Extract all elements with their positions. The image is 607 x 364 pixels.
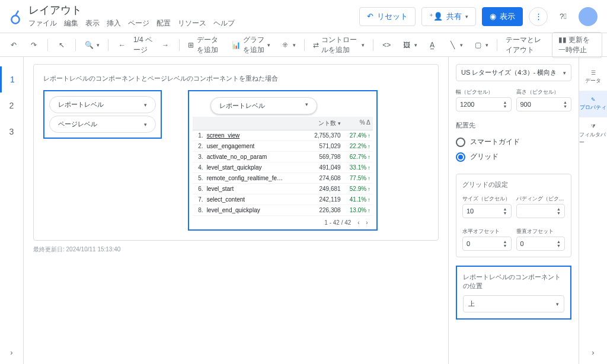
count-header[interactable]: ント数: [318, 120, 336, 126]
row-index: 2.: [193, 143, 207, 149]
pause-updates-button[interactable]: ▮▮ 更新を一時停止: [552, 32, 602, 58]
menu-resource[interactable]: リソース: [178, 18, 206, 28]
shape-button[interactable]: ▢▾: [469, 37, 492, 53]
table-row[interactable]: 2.user_engagement571,02922.2%↑: [193, 141, 373, 152]
page-tab-3[interactable]: 3: [0, 119, 23, 145]
document-title[interactable]: レイアウト: [28, 4, 359, 17]
menu-arrange[interactable]: 配置: [156, 18, 171, 28]
add-data-button[interactable]: ⊞データを追加: [184, 33, 226, 58]
stacked-dropdowns-highlight: レポートレベル ▾ ページレベル ▾: [43, 90, 162, 139]
theme-layout-button[interactable]: テーマとレイアウト: [502, 33, 550, 58]
width-input[interactable]: 1200 ▲▼: [456, 97, 512, 111]
height-stepper[interactable]: ▲▼: [563, 100, 567, 108]
row-delta: 27.4%↑: [341, 132, 373, 139]
add-control-label: コントロールを追加: [321, 35, 359, 55]
stepper[interactable]: ▲▼: [503, 240, 507, 248]
grid-size-input[interactable]: 10 ▲▼: [462, 204, 512, 218]
align-smart-label: スマートガイド: [470, 137, 520, 147]
page-tab-1[interactable]: 1: [0, 66, 23, 92]
grid-padding-label: パディング（ピク…: [516, 195, 566, 203]
add-chart-button[interactable]: 📊グラフを追加▾: [228, 33, 274, 58]
menu-edit[interactable]: 編集: [64, 18, 78, 28]
help-button[interactable]: ?⃝: [554, 7, 573, 26]
stepper[interactable]: ▲▼: [557, 240, 561, 248]
selection-tool[interactable]: ↖: [53, 37, 71, 53]
row-count: 226,308: [299, 207, 341, 213]
view-button[interactable]: ◉ 表示: [482, 7, 523, 26]
dropdown-label: レポートレベル: [219, 102, 265, 109]
table-row[interactable]: 4.level_start_quickplay491,04933.1%↑: [193, 162, 373, 173]
menu-page[interactable]: ページ: [128, 18, 149, 28]
align-radio-group: スマートガイド グリッド: [456, 135, 571, 164]
add-control-button[interactable]: ⇄コントロールを追加▾: [309, 33, 368, 58]
row-event-name: remote_config_realtime_fe…: [207, 175, 299, 181]
grid-voffset-input[interactable]: 0 ▲▼: [516, 237, 566, 251]
stepper[interactable]: ▲▼: [503, 207, 507, 215]
share-button[interactable]: ⁺👤 共有 ▾: [421, 7, 476, 26]
line-button[interactable]: ╲▾: [443, 37, 467, 53]
chevron-down-icon: ▾: [414, 42, 417, 48]
canvas-size-select[interactable]: US レターサイズ（4:3）- 横向き ▾: [456, 64, 571, 81]
page-level-dropdown[interactable]: ページレベル ▾: [49, 116, 156, 133]
redo-button[interactable]: ↷: [25, 37, 43, 53]
page-tabs-sidebar: 1 2 3 ›: [0, 57, 24, 364]
right-side-tabs: ☰ データ ✎ プロパティ ⧩ フィルタバー ›: [579, 57, 607, 364]
user-avatar[interactable]: [579, 7, 598, 26]
table-row[interactable]: 5.remote_config_realtime_fe…274,60877.5%…: [193, 173, 373, 184]
side-tab-filter[interactable]: ⧩ フィルタバー: [579, 117, 607, 152]
more-options-button[interactable]: ⋮: [529, 7, 548, 26]
row-count: 274,608: [299, 175, 341, 181]
width-stepper[interactable]: ▲▼: [503, 100, 507, 108]
menu-help[interactable]: ヘルプ: [213, 18, 235, 28]
position-select[interactable]: 上 ▾: [463, 295, 564, 312]
grid-settings-label: グリッドの設定: [462, 180, 565, 189]
stepper-down-icon: ▼: [563, 104, 567, 108]
align-grid-label: グリッド: [470, 152, 499, 162]
delta-header[interactable]: % Δ: [341, 119, 373, 127]
side-tab-properties[interactable]: ✎ プロパティ: [579, 91, 607, 117]
reset-button[interactable]: ↶ リセット: [359, 7, 416, 26]
embed-button[interactable]: <>: [378, 37, 395, 53]
next-page-button[interactable]: →: [156, 37, 174, 53]
share-icon: ⁺👤: [429, 12, 443, 21]
text-button[interactable]: A̲: [423, 37, 441, 53]
zoom-tool[interactable]: 🔍▾: [80, 37, 103, 53]
stepper-up-icon: ▲: [557, 240, 561, 244]
floating-report-level-dropdown[interactable]: レポートレベル ▾: [210, 97, 317, 114]
height-input[interactable]: 900 ▲▼: [516, 97, 572, 111]
report-level-dropdown[interactable]: レポートレベル ▾: [49, 96, 156, 113]
undo-button[interactable]: ↶: [5, 37, 23, 53]
side-tabs-collapse[interactable]: ›: [592, 341, 594, 364]
row-event-name: screen_view: [207, 132, 299, 139]
table-row[interactable]: 3.activate_no_op_param569,79862.7%↑: [193, 152, 373, 162]
next-page-icon[interactable]: ›: [366, 219, 368, 226]
page-tab-2[interactable]: 2: [0, 92, 23, 119]
menu-file[interactable]: ファイル: [28, 18, 57, 28]
add-data-label: データを追加: [197, 35, 223, 55]
row-count: 249,681: [299, 186, 341, 192]
grid-hoffset-input[interactable]: 0 ▲▼: [462, 237, 512, 251]
image-button[interactable]: 🖼▾: [398, 37, 421, 53]
table-row[interactable]: 6.level_start249,68152.9%↑: [193, 184, 373, 194]
canvas[interactable]: レポートレベルのコンポーネントとページレベルのコンポーネントを重ねた場合 レポー…: [24, 57, 448, 364]
side-tab-data[interactable]: ☰ データ: [579, 64, 607, 91]
width-label: 幅（ピクセル）: [456, 88, 512, 96]
prev-page-icon[interactable]: ‹: [357, 219, 359, 226]
stepper[interactable]: ▲▼: [557, 207, 561, 215]
arrow-right-icon: →: [160, 40, 171, 50]
trend-up-icon: ↑: [368, 175, 370, 181]
grid-padding-input[interactable]: ▲▼: [516, 204, 566, 218]
chevron-down-icon: ▾: [556, 301, 559, 307]
table-row[interactable]: 7.select_content242,11941.1%↑: [193, 194, 373, 205]
community-viz-button[interactable]: ⁜▾: [276, 37, 299, 53]
align-smart-radio[interactable]: スマートガイド: [456, 135, 571, 149]
table-row[interactable]: 8.level_end_quickplay226,30813.0%↑: [193, 205, 373, 216]
menu-view[interactable]: 表示: [85, 18, 100, 28]
menu-insert[interactable]: 挿入: [107, 18, 121, 28]
add-chart-label: グラフを追加: [243, 35, 265, 55]
page-tabs-expand[interactable]: ›: [10, 341, 12, 364]
table-row[interactable]: 1.screen_view2,755,37027.4%↑: [193, 130, 373, 141]
align-grid-radio[interactable]: グリッド: [456, 149, 571, 164]
prev-page-button[interactable]: ←: [113, 37, 131, 53]
dropdown-label: ページレベル: [58, 120, 97, 129]
